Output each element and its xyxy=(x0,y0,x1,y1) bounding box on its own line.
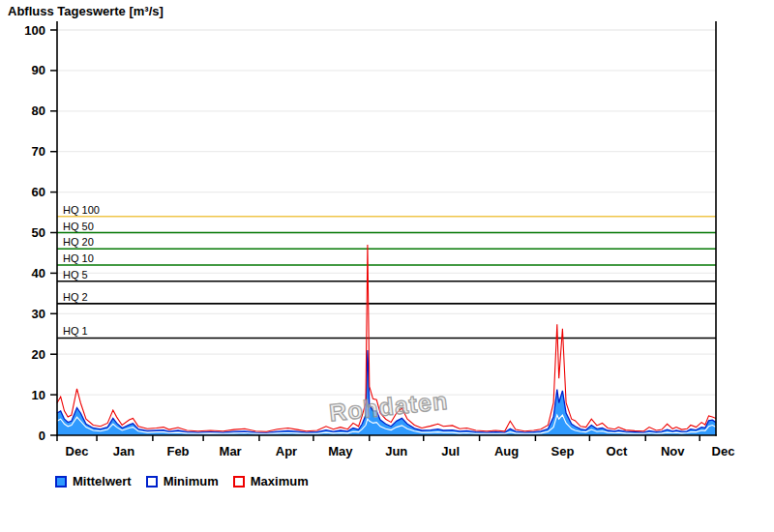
y-tick-label: 0 xyxy=(39,429,45,443)
y-tick-label: 60 xyxy=(32,185,45,199)
reference-line-label: HQ 1 xyxy=(63,325,88,337)
x-month-label: Feb xyxy=(166,444,189,458)
reference-line-label: HQ 5 xyxy=(63,269,88,281)
chart-legend: Mittelwert Minimum Maximum xyxy=(55,474,309,488)
x-month-label: Jun xyxy=(385,444,407,458)
x-month-label: Apr xyxy=(276,444,297,458)
y-tick-label: 100 xyxy=(24,23,45,38)
chart-canvas: 0102030405060708090100DecJanFebMarAprMay… xyxy=(0,0,774,532)
legend-label-mittelwert: Mittelwert xyxy=(73,474,132,488)
x-month-label: Dec xyxy=(66,444,89,458)
x-month-label: Jul xyxy=(441,444,460,458)
y-tick-label: 40 xyxy=(32,266,45,281)
legend-item-mittelwert: Mittelwert xyxy=(55,474,132,488)
x-month-label: May xyxy=(328,444,353,458)
legend-label-minimum: Minimum xyxy=(164,474,219,488)
legend-swatch-minimum-icon xyxy=(146,476,158,488)
legend-item-maximum: Maximum xyxy=(233,474,309,488)
reference-line-label: HQ 10 xyxy=(63,252,94,264)
x-month-label: Nov xyxy=(661,444,685,458)
legend-item-minimum: Minimum xyxy=(146,474,219,488)
y-tick-label: 80 xyxy=(32,103,45,118)
reference-line-label: HQ 100 xyxy=(63,204,100,216)
chart-window: Abfluss Tageswerte [m³/s] 01020304050607… xyxy=(0,0,774,532)
x-month-label: Sep xyxy=(551,444,574,458)
reference-line-label: HQ 2 xyxy=(63,291,88,303)
reference-line-label: HQ 20 xyxy=(63,236,94,248)
y-tick-label: 50 xyxy=(32,225,45,240)
y-tick-label: 70 xyxy=(32,144,45,159)
x-month-label: Jan xyxy=(113,444,134,458)
y-tick-label: 90 xyxy=(32,63,45,77)
legend-label-maximum: Maximum xyxy=(251,474,309,488)
legend-swatch-mittelwert-icon xyxy=(55,476,67,488)
x-month-label: Mar xyxy=(220,444,242,458)
y-tick-label: 20 xyxy=(32,347,45,362)
x-month-label: Oct xyxy=(607,444,628,458)
x-month-label: Aug xyxy=(494,444,519,458)
y-tick-label: 30 xyxy=(32,307,45,321)
x-month-label: Dec xyxy=(712,444,735,458)
reference-line-label: HQ 50 xyxy=(63,221,94,232)
legend-swatch-maximum-icon xyxy=(233,476,245,488)
y-tick-label: 10 xyxy=(32,388,45,402)
